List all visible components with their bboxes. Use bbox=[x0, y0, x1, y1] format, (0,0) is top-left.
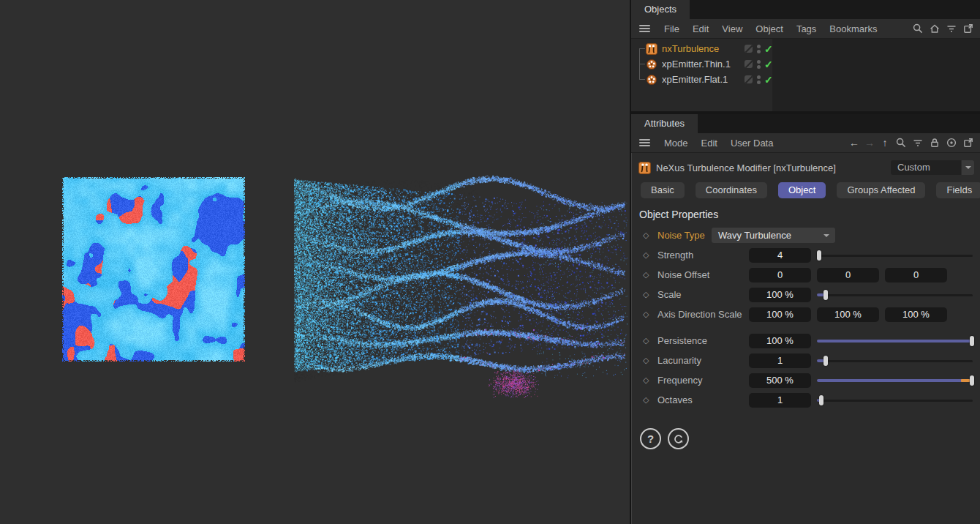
param-diamond-icon[interactable]: ◇ bbox=[643, 290, 653, 299]
lock-icon[interactable] bbox=[928, 136, 941, 149]
popout-icon[interactable] bbox=[962, 22, 975, 35]
noise-type-dropdown[interactable]: Wavy Turbulence bbox=[712, 228, 835, 243]
axis-scale-z-input[interactable]: 100 % bbox=[885, 307, 947, 322]
enabled-check-icon[interactable]: ✓ bbox=[764, 59, 773, 70]
param-diamond-icon[interactable]: ◇ bbox=[643, 270, 653, 280]
menu-edit[interactable]: Edit bbox=[686, 23, 715, 34]
chevron-down-icon bbox=[965, 166, 971, 169]
slider-handle[interactable] bbox=[970, 336, 974, 346]
param-row-persistence: ◇ Persistence 100 % bbox=[631, 331, 980, 351]
object-name[interactable]: xpEmitter.Thin.1 bbox=[662, 59, 745, 70]
slider-handle[interactable] bbox=[970, 375, 974, 386]
help-icon[interactable]: ? bbox=[640, 428, 661, 449]
param-row-octaves: ◇ Octaves 1 bbox=[631, 390, 980, 410]
param-label: Frequency bbox=[657, 375, 749, 386]
object-row-xpemitter-flat[interactable]: xpEmitter.Flat.1 ✓ bbox=[631, 72, 980, 87]
menu-tags[interactable]: Tags bbox=[790, 23, 823, 34]
tab-objects[interactable]: Objects bbox=[631, 0, 690, 19]
attributes-tabstrip: Attributes bbox=[631, 114, 980, 133]
menu-mode[interactable]: Mode bbox=[657, 138, 695, 149]
reset-icon[interactable] bbox=[668, 428, 689, 449]
search-icon[interactable] bbox=[894, 136, 908, 149]
viewport-3d[interactable] bbox=[0, 0, 630, 524]
param-label: Noise Offset bbox=[657, 269, 749, 280]
forward-arrow-icon[interactable]: → bbox=[864, 137, 875, 149]
search-icon[interactable] bbox=[911, 22, 924, 35]
turbulence-particles-preview bbox=[294, 173, 629, 405]
objects-panel: Objects File Edit View Object Tags Bookm… bbox=[631, 0, 980, 114]
filter-icon[interactable] bbox=[945, 22, 958, 35]
object-row-xpemitter-thin[interactable]: xpEmitter.Thin.1 ✓ bbox=[631, 56, 980, 72]
tab-groups-affected[interactable]: Groups Affected bbox=[837, 182, 925, 198]
param-diamond-icon[interactable]: ◇ bbox=[643, 375, 653, 385]
param-diamond-icon[interactable]: ◇ bbox=[643, 250, 653, 260]
preset-dropdown-button[interactable] bbox=[962, 160, 974, 175]
noise-type-value: Wavy Turbulence bbox=[718, 230, 791, 241]
visibility-dots-icon[interactable] bbox=[757, 60, 761, 69]
enabled-check-icon[interactable]: ✓ bbox=[764, 44, 773, 54]
menu-object[interactable]: Object bbox=[749, 23, 790, 34]
tab-attributes[interactable]: Attributes bbox=[631, 114, 698, 133]
application-window: Objects File Edit View Object Tags Bookm… bbox=[0, 0, 980, 524]
menu-bookmarks[interactable]: Bookmarks bbox=[823, 23, 883, 34]
object-row-nxturbulence[interactable]: nxTurbulence ✓ bbox=[631, 41, 980, 56]
target-icon[interactable] bbox=[945, 136, 958, 149]
preset-dropdown[interactable]: Custom bbox=[891, 160, 974, 175]
slider-handle[interactable] bbox=[819, 395, 823, 405]
tab-coordinates[interactable]: Coordinates bbox=[696, 182, 767, 198]
octaves-slider[interactable] bbox=[817, 393, 973, 408]
tab-fields[interactable]: Fields bbox=[936, 182, 980, 198]
filter-icon[interactable] bbox=[911, 136, 924, 149]
persistence-input[interactable]: 100 % bbox=[749, 334, 811, 348]
slider-handle[interactable] bbox=[823, 290, 828, 300]
layer-toggle-icon[interactable] bbox=[745, 45, 753, 53]
layer-toggle-icon[interactable] bbox=[745, 75, 753, 83]
object-list: nxTurbulence ✓ xpEmitter.Thin.1 ✓ xpEmit… bbox=[631, 39, 980, 114]
slider-handle[interactable] bbox=[823, 356, 828, 366]
param-diamond-icon[interactable]: ◇ bbox=[643, 310, 653, 319]
strength-input[interactable]: 4 bbox=[749, 248, 811, 263]
menu-edit[interactable]: Edit bbox=[695, 138, 724, 149]
octaves-input[interactable]: 1 bbox=[749, 393, 811, 408]
lacunarity-input[interactable]: 1 bbox=[749, 353, 811, 368]
param-diamond-icon[interactable]: ◇ bbox=[643, 231, 653, 240]
home-icon[interactable] bbox=[928, 22, 941, 35]
section-title: Object Properties bbox=[639, 209, 980, 220]
menu-file[interactable]: File bbox=[657, 23, 686, 34]
axis-scale-y-input[interactable]: 100 % bbox=[817, 307, 879, 322]
back-arrow-icon[interactable]: ← bbox=[848, 137, 860, 149]
slider-handle[interactable] bbox=[817, 250, 821, 261]
scale-input[interactable]: 100 % bbox=[749, 288, 811, 302]
visibility-dots-icon[interactable] bbox=[757, 75, 761, 84]
layer-toggle-icon[interactable] bbox=[745, 60, 753, 68]
attribute-footer-icons: ? bbox=[640, 428, 980, 449]
hamburger-menu-icon[interactable] bbox=[639, 25, 650, 32]
attributes-toolbar-icons: ← → ↑ bbox=[848, 136, 980, 149]
chevron-down-icon bbox=[823, 234, 829, 237]
tab-basic[interactable]: Basic bbox=[641, 182, 685, 198]
tab-object[interactable]: Object bbox=[778, 182, 826, 198]
popout-icon[interactable] bbox=[962, 136, 975, 149]
enabled-check-icon[interactable]: ✓ bbox=[764, 75, 773, 85]
scale-slider[interactable] bbox=[817, 288, 973, 302]
objects-toolbar-icons bbox=[911, 22, 980, 35]
frequency-input[interactable]: 500 % bbox=[749, 373, 811, 388]
menu-user-data[interactable]: User Data bbox=[724, 138, 780, 149]
param-diamond-icon[interactable]: ◇ bbox=[643, 336, 653, 345]
lacunarity-slider[interactable] bbox=[817, 353, 973, 368]
noise-offset-y-input[interactable]: 0 bbox=[817, 268, 879, 282]
hamburger-menu-icon[interactable] bbox=[639, 139, 650, 146]
frequency-slider[interactable] bbox=[817, 373, 973, 388]
persistence-slider[interactable] bbox=[817, 334, 973, 348]
object-name[interactable]: xpEmitter.Flat.1 bbox=[662, 74, 745, 85]
axis-scale-x-input[interactable]: 100 % bbox=[749, 307, 811, 322]
object-name[interactable]: nxTurbulence bbox=[662, 43, 745, 54]
noise-offset-x-input[interactable]: 0 bbox=[749, 268, 811, 282]
visibility-dots-icon[interactable] bbox=[757, 45, 761, 53]
noise-offset-z-input[interactable]: 0 bbox=[885, 268, 947, 282]
param-diamond-icon[interactable]: ◇ bbox=[643, 356, 653, 365]
up-arrow-icon[interactable]: ↑ bbox=[879, 137, 891, 149]
menu-view[interactable]: View bbox=[715, 23, 749, 34]
strength-slider[interactable] bbox=[817, 248, 973, 263]
param-diamond-icon[interactable]: ◇ bbox=[643, 395, 653, 405]
